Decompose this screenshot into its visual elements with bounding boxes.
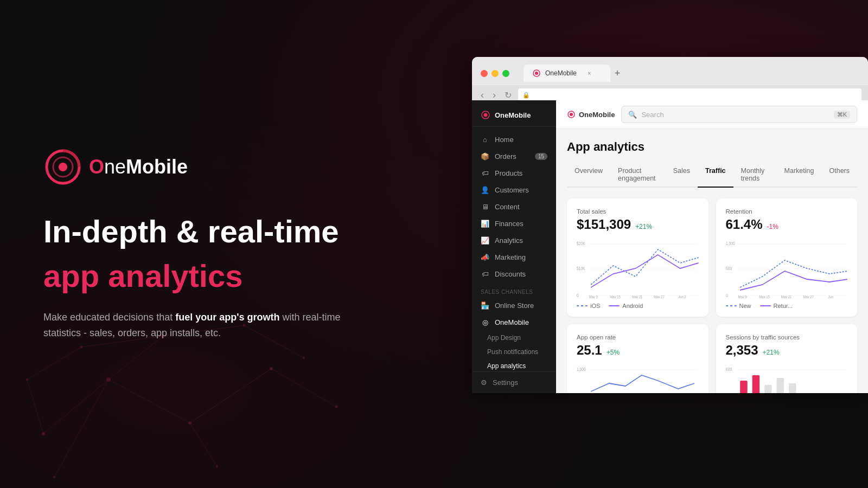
- search-bar[interactable]: 🔍 Search ⌘K: [621, 106, 857, 123]
- legend-ios: iOS: [577, 303, 600, 309]
- svg-text:May 15: May 15: [759, 294, 770, 298]
- sidebar-item-analytics[interactable]: 📈 Analytics: [472, 232, 556, 249]
- app-open-rate-value: 25.1 +5%: [577, 343, 699, 358]
- sidebar-item-customers[interactable]: 👤 Customers: [472, 182, 556, 198]
- sidebar-settings[interactable]: ⚙ Settings: [472, 371, 556, 393]
- topbar-brand-name: OneMobile: [579, 111, 615, 119]
- sidebar-sub-push-notifications-label: Push notifications: [487, 348, 538, 356]
- onemobile-logo-icon: [43, 147, 82, 187]
- sidebar-item-home[interactable]: ⌂ Home: [472, 131, 556, 148]
- page-title: App analytics: [567, 140, 857, 154]
- svg-text:500: 500: [726, 266, 732, 271]
- tab-favicon: [532, 69, 541, 78]
- refresh-button[interactable]: ↻: [502, 89, 514, 101]
- sidebar-item-finances[interactable]: 📊 Finances: [472, 215, 556, 232]
- app-open-rate-card: App open rate 25.1 +5% 1,000: [567, 324, 709, 393]
- browser-titlebar: OneMobile × +: [472, 57, 868, 85]
- minimize-button-yellow[interactable]: [492, 70, 499, 77]
- sidebar-item-marketing[interactable]: 📣 Marketing: [472, 249, 556, 266]
- orders-badge: 15: [535, 153, 547, 160]
- tab-monthly-trends[interactable]: Monthly trends: [733, 163, 777, 188]
- sidebar-item-analytics-label: Analytics: [495, 236, 523, 245]
- onemobile-sidebar-icon: ◎: [481, 318, 489, 326]
- retention-card: Retention 61.4% -1% 1,000 500 0: [716, 198, 858, 317]
- sidebar-item-onemobile-label: OneMobile: [495, 318, 529, 326]
- logo-container: OneMobile: [43, 147, 347, 187]
- tab-bar: OneMobile × +: [524, 65, 859, 82]
- retention-label: Retention: [726, 208, 848, 215]
- settings-gear-icon: ⚙: [481, 378, 487, 387]
- tab-overview[interactable]: Overview: [567, 163, 610, 188]
- svg-rect-59: [740, 381, 747, 393]
- tab-sales[interactable]: Sales: [666, 163, 698, 188]
- retention-chart: 1,000 500 0 May 9: [726, 239, 848, 298]
- sidebar-item-discounts[interactable]: 🏷 Discounts: [472, 266, 556, 282]
- sidebar-item-discounts-label: Discounts: [495, 270, 526, 278]
- search-shortcut-badge: ⌘K: [834, 111, 850, 119]
- legend-new: New: [726, 303, 751, 309]
- tab-title: OneMobile: [545, 69, 577, 77]
- sidebar-item-orders[interactable]: 📦 Orders 15: [472, 148, 556, 165]
- total-sales-card: Total sales $151,309 +21% $20K $10K 0: [567, 198, 709, 317]
- sidebar-settings-label: Settings: [493, 378, 518, 387]
- content-icon: 🖥: [481, 203, 489, 211]
- svg-text:$10K: $10K: [577, 266, 585, 271]
- tab-product-engagement[interactable]: Product engagement: [610, 163, 666, 188]
- lock-icon: 🔒: [522, 92, 530, 99]
- tab-marketing[interactable]: Marketing: [777, 163, 822, 188]
- new-line-icon: [726, 305, 737, 306]
- svg-text:May 21: May 21: [781, 294, 792, 298]
- address-bar[interactable]: 🔒: [518, 88, 861, 101]
- sidebar-sub-push-notifications[interactable]: Push notifications: [472, 345, 556, 359]
- discounts-icon: 🏷: [481, 270, 489, 278]
- sidebar-sub-app-design[interactable]: App Design: [472, 331, 556, 345]
- headline-main: In-depth & real-time: [43, 214, 347, 250]
- sidebar-item-home-label: Home: [495, 136, 514, 144]
- headline-accent: app analytics: [43, 258, 347, 294]
- sidebar: OneMobile ⌂ Home 📦 Orders 15 🏷 Overview …: [472, 100, 556, 393]
- android-line-icon: [609, 305, 620, 306]
- sidebar-nav: ⌂ Home 📦 Orders 15 🏷 Overview Products 👤…: [472, 127, 556, 371]
- tab-others[interactable]: Others: [821, 163, 857, 188]
- sidebar-item-onemobile[interactable]: ◎ OneMobile: [472, 314, 556, 331]
- new-tab-button[interactable]: +: [610, 66, 624, 80]
- sidebar-item-online-store[interactable]: 🏪 Online Store: [472, 297, 556, 314]
- tab-close-btn[interactable]: ×: [588, 70, 591, 76]
- traffic-lights: [481, 70, 509, 77]
- sidebar-item-marketing-label: Marketing: [495, 253, 526, 261]
- svg-text:May 27: May 27: [654, 294, 665, 298]
- retention-delta: -1%: [767, 223, 778, 230]
- active-tab[interactable]: OneMobile ×: [524, 65, 610, 82]
- maximize-button-green[interactable]: [502, 70, 509, 77]
- svg-text:May 9: May 9: [738, 294, 746, 298]
- total-sales-label: Total sales: [577, 208, 699, 215]
- svg-text:600: 600: [726, 367, 732, 372]
- description-text: Make educated decisions that fuel your a…: [43, 310, 347, 341]
- total-sales-value: $151,309 +21%: [577, 217, 699, 232]
- back-button[interactable]: ‹: [478, 88, 486, 102]
- legend-new-label: New: [739, 303, 751, 309]
- svg-point-32: [570, 113, 573, 116]
- svg-text:May 15: May 15: [610, 294, 621, 298]
- svg-text:0: 0: [726, 293, 728, 298]
- logo-text: OneMobile: [89, 156, 188, 178]
- sidebar-item-content[interactable]: 🖥 Content: [472, 198, 556, 215]
- sidebar-item-products[interactable]: 🏷 Overview Products: [472, 165, 556, 182]
- legend-returning: Retur...: [760, 303, 793, 309]
- tab-traffic[interactable]: Traffic: [698, 163, 733, 188]
- retention-value: 61.4% -1%: [726, 217, 848, 232]
- retention-legend: New Retur...: [726, 303, 848, 309]
- legend-ios-label: iOS: [590, 303, 600, 309]
- close-button-red[interactable]: [481, 70, 488, 77]
- ios-line-icon: [577, 305, 588, 306]
- sessions-traffic-chart: 600: [726, 364, 848, 393]
- finances-icon: 📊: [481, 220, 489, 228]
- forward-button[interactable]: ›: [490, 88, 498, 102]
- svg-text:May 27: May 27: [803, 294, 814, 298]
- svg-rect-61: [764, 385, 771, 393]
- total-sales-legend: iOS Android: [577, 303, 699, 309]
- sidebar-sub-app-analytics[interactable]: App analytics: [472, 359, 556, 371]
- app-content: OneMobile ⌂ Home 📦 Orders 15 🏷 Overview …: [472, 100, 868, 393]
- sessions-traffic-delta: +21%: [763, 349, 780, 356]
- svg-rect-60: [752, 375, 759, 393]
